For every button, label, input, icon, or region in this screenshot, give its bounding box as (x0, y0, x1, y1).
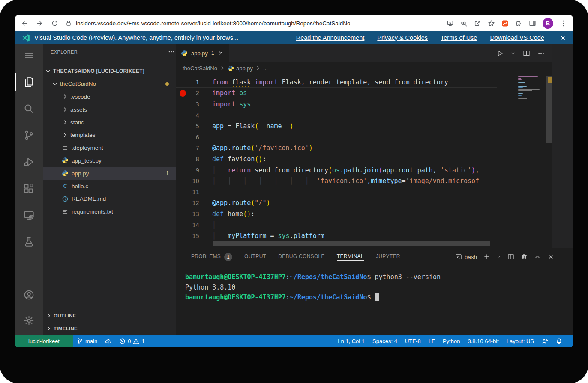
status-3.8.10[interactable]: 3.8.10 64-bit (464, 335, 502, 347)
code-line-4[interactable]: 4 (176, 110, 552, 121)
terminal-shell-picker[interactable]: bash (455, 253, 477, 260)
vertical-scrollbar[interactable] (545, 74, 552, 248)
panel-tab-terminal[interactable]: TERMINAL (331, 248, 370, 265)
code-line-2[interactable]: 2import os (176, 88, 552, 99)
code-line-12[interactable]: 12@app.route("/") (176, 198, 552, 209)
code-line-1[interactable]: 1from flask import Flask, render_templat… (176, 77, 552, 88)
tree-item-readme.md[interactable]: README.md (43, 193, 176, 205)
split-editor-icon[interactable] (523, 50, 530, 57)
tree-item-thecatsaidno[interactable]: theCatSaidNo (43, 78, 176, 90)
breadcrumb-item[interactable]: ... (263, 65, 268, 72)
horizontal-scrollbar[interactable] (213, 241, 490, 246)
puzzle-icon[interactable] (515, 20, 522, 27)
feedback-item[interactable] (538, 335, 552, 347)
tree-item-.deployment[interactable]: .deployment (43, 142, 176, 154)
breadcrumb-item[interactable]: theCatSaidNo (183, 65, 217, 72)
code-line-6[interactable]: 6 (176, 132, 552, 143)
breadcrumb-item[interactable]: app.py (228, 65, 253, 72)
maximize-panel-icon[interactable] (534, 253, 541, 260)
panel-tab-output[interactable]: OUTPUT (238, 248, 272, 265)
sync-item[interactable] (101, 335, 115, 347)
split-terminal-icon[interactable] (507, 253, 514, 260)
tree-item-thecatsaidno-lucid-lorikeet-[interactable]: THECATSAIDNO [LUCID-LORIKEET] (43, 65, 176, 78)
activity-source-control[interactable] (15, 125, 43, 145)
status-spaces[interactable]: Spaces: 4 (369, 335, 401, 347)
terminal[interactable]: bamurtaugh@DESKTOP-4I37HP7:~/Repos/theCa… (185, 272, 556, 303)
notifications-item[interactable] (552, 335, 566, 347)
banner-link[interactable]: Download VS Code (490, 34, 544, 41)
activity-extensions[interactable] (15, 178, 43, 198)
code-line-13[interactable]: 13def home(): (176, 208, 552, 220)
section-outline[interactable]: OUTLINE (43, 309, 176, 322)
problems-item[interactable]: 0 1 (115, 335, 148, 347)
editor-more-icon[interactable] (537, 50, 545, 57)
activity-search[interactable] (15, 99, 43, 118)
profile-avatar[interactable]: B (543, 18, 553, 29)
tree-item-.vscode[interactable]: .vscode (43, 90, 176, 103)
code-line-15[interactable]: 15│ myPlatform = sys.platform (176, 230, 552, 241)
activity-menu[interactable] (15, 45, 43, 65)
activity-testing[interactable] (15, 232, 43, 251)
activity-explorer[interactable] (15, 72, 43, 92)
banner-link[interactable]: Privacy & Cookies (377, 34, 428, 41)
panel-tab-debug-console[interactable]: DEBUG CONSOLE (272, 248, 331, 265)
tree-item-templates[interactable]: templates (43, 129, 176, 142)
close-panel-icon[interactable] (547, 253, 554, 260)
activity-settings[interactable] (15, 311, 43, 330)
code-line-9[interactable]: 9│ return send_from_directory(os.path.jo… (176, 165, 552, 176)
back-icon[interactable] (21, 20, 28, 27)
code-line-14[interactable]: 14│ (176, 220, 552, 231)
banner-link[interactable]: Read the Announcement (296, 34, 365, 41)
star-icon[interactable] (488, 20, 495, 27)
tree-item-hello.c[interactable]: Chello.c (43, 180, 176, 193)
reload-icon[interactable] (51, 20, 58, 27)
code-line-7[interactable]: 7@app.route('/favicon.ico') (176, 143, 552, 154)
code-editor[interactable]: 1from flask import Flask, render_templat… (176, 74, 552, 248)
activity-remote-explorer[interactable] (15, 205, 43, 225)
code-line-10[interactable]: 10│ │ │ │ │ │ │ 'favicon.ico',mimetype='… (176, 175, 552, 187)
status-ln[interactable]: Ln 1, Col 1 (334, 335, 369, 347)
status-layout[interactable]: Layout: US (503, 335, 538, 347)
status-lf[interactable]: LF (425, 335, 439, 347)
status-python[interactable]: Python (439, 335, 464, 347)
zoomin-icon[interactable] (460, 20, 468, 27)
tab-app-py[interactable]: app.py 1 (176, 44, 229, 62)
browser-menu-icon[interactable] (560, 20, 567, 27)
banner-close-icon[interactable] (560, 35, 566, 41)
analytics-icon[interactable] (501, 20, 509, 27)
code-line-5[interactable]: 5app = Flask(__name__) (176, 121, 552, 132)
activity-run-and-debug[interactable] (15, 152, 43, 172)
run-icon[interactable] (496, 50, 504, 57)
tree-item-static[interactable]: static (43, 116, 176, 129)
explorer-more-icon[interactable] (161, 48, 168, 55)
remote-indicator[interactable]: lucid-lorikeet (15, 335, 73, 347)
banner-link[interactable]: Terms of Use (441, 34, 477, 41)
forward-icon[interactable] (36, 20, 43, 27)
install-icon[interactable] (447, 20, 454, 27)
code-line-8[interactable]: 8def favicon(): (176, 154, 552, 165)
branch-item[interactable]: main (73, 335, 101, 347)
tab-close-icon[interactable] (218, 50, 224, 56)
tree-item-app.py[interactable]: app.py1 (43, 167, 176, 180)
section-timeline[interactable]: TIMELINE (43, 322, 176, 335)
url-text[interactable]: insiders.vscode.dev/+ms-vscode.remote-se… (76, 20, 350, 27)
code-line-11[interactable]: 11 (176, 187, 552, 198)
tree-item-assets[interactable]: assets (43, 103, 176, 116)
minimap[interactable] (517, 74, 541, 248)
tree-item-app-test.py[interactable]: app_test.py (43, 154, 176, 167)
tree-item-requirements.txt[interactable]: requirements.txt (43, 205, 176, 218)
address-bar[interactable]: insiders.vscode.dev/+ms-vscode.remote-se… (65, 20, 441, 27)
status-utf-8[interactable]: UTF-8 (401, 335, 425, 347)
code-line-3[interactable]: 3import sys (176, 99, 552, 110)
activity-accounts[interactable] (15, 285, 43, 305)
kill-terminal-icon[interactable] (521, 253, 528, 260)
panel-tab-jupyter[interactable]: JUPYTER (370, 248, 406, 265)
scrollbar-thumb[interactable] (546, 76, 552, 143)
panel-tab-problems[interactable]: PROBLEMS1 (185, 248, 238, 265)
sidepanel-icon[interactable] (529, 20, 536, 27)
new-terminal-icon[interactable] (483, 253, 490, 260)
breakpoint-icon[interactable] (180, 90, 186, 97)
run-dropdown-icon[interactable] (511, 51, 516, 56)
share-icon[interactable] (474, 20, 481, 27)
terminal-dropdown-icon[interactable] (497, 255, 501, 259)
